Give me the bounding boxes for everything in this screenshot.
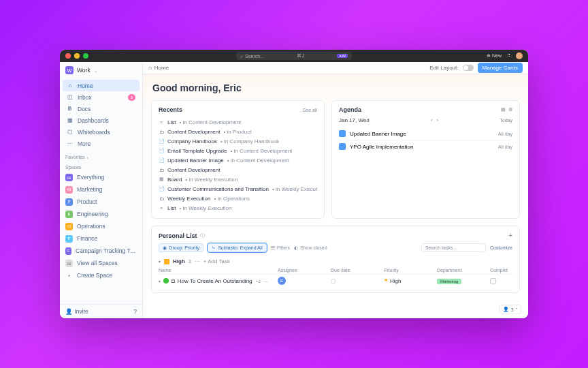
- info-icon[interactable]: ⓘ: [200, 232, 205, 239]
- window-chrome: ⌕Search... ⌘J ✦AI ⊕ New ⠿: [60, 50, 528, 62]
- assignee-avatar[interactable]: E: [278, 277, 286, 285]
- grid-icon[interactable]: ⠿: [507, 53, 510, 59]
- home-icon: ⌂: [67, 82, 74, 89]
- docs-icon: 🗎: [67, 106, 74, 112]
- task-name: How To Create An Outstanding: [178, 278, 252, 284]
- recent-item[interactable]: ≡List • in Content Development: [159, 117, 317, 127]
- nav-whiteboards[interactable]: ▢Whiteboards: [63, 126, 140, 138]
- today-button[interactable]: Today: [500, 118, 512, 123]
- collapse-icon: ▾: [159, 259, 161, 264]
- recent-item[interactable]: 📄Company Handbook • in Company Handbook: [159, 136, 317, 146]
- recents-card: RecentsSee all ≡List • in Content Develo…: [151, 100, 325, 219]
- priority-group-high[interactable]: ▾ High 3 ⋯ + Add Task: [159, 256, 512, 266]
- help-icon[interactable]: ?: [133, 308, 137, 315]
- next-day[interactable]: ›: [437, 117, 439, 123]
- subtask-count: ⤷2: [255, 279, 261, 283]
- group-more-icon[interactable]: ⋯: [195, 258, 200, 264]
- personal-title: Personal List: [159, 232, 197, 239]
- prev-day[interactable]: ‹: [431, 117, 433, 123]
- app-window: ⌕Search... ⌘J ✦AI ⊕ New ⠿ W Work ⌄ ⌂Home…: [60, 50, 528, 318]
- space-product[interactable]: PProduct: [60, 196, 142, 208]
- inbox-badge: 3: [128, 94, 135, 101]
- global-search[interactable]: ⌕Search... ⌘J ✦AI: [236, 52, 352, 60]
- home-icon: ⌂: [148, 65, 152, 71]
- agenda-date: Jan 17, Wed: [339, 117, 370, 123]
- user-avatar[interactable]: [516, 52, 523, 59]
- agenda-card: Agenda▤⚙ Jan 17, Wed ‹› Today Updated Ba…: [331, 100, 520, 219]
- manage-cards-button[interactable]: Manage Cards: [478, 63, 523, 73]
- recent-item[interactable]: 🗀Content Development • in Product: [159, 127, 317, 136]
- group-chip[interactable]: ◉ Group: Priority: [159, 243, 203, 252]
- edit-layout-toggle[interactable]: [463, 65, 474, 71]
- recent-item[interactable]: 📄Customer Communications and Transition …: [159, 184, 317, 194]
- space-campaign-tracking-template[interactable]: CCampaign Tracking Template: [60, 245, 142, 257]
- dashboards-icon: ▦: [67, 117, 74, 123]
- recent-item[interactable]: 🗀Content Development: [159, 165, 317, 174]
- nav-docs[interactable]: 🗎Docs: [63, 103, 140, 114]
- spaces-section: Spaces: [60, 161, 142, 171]
- task-more-icon[interactable]: ⋯: [263, 279, 267, 283]
- space-marketing[interactable]: MMarketing: [60, 183, 142, 196]
- more-icon: ⋯: [67, 140, 74, 147]
- greeting: Good morning, Eric: [152, 82, 520, 93]
- priority-flag-icon: ⚑: [384, 278, 388, 283]
- calendar-icon[interactable]: ▤: [501, 107, 506, 112]
- subtasks-chip[interactable]: ⤷ Subtasks: Expand All: [208, 243, 267, 252]
- workspace-selector[interactable]: W Work ⌄: [60, 62, 142, 78]
- nav-more[interactable]: ⋯More: [63, 138, 140, 149]
- view-all-spaces[interactable]: ⊞View all Spaces: [60, 257, 142, 269]
- topbar: ⌂Home Edit Layout: Manage Cards: [143, 62, 528, 74]
- expand-icon[interactable]: ▾: [159, 279, 161, 283]
- nav-home[interactable]: ⌂Home: [63, 80, 140, 91]
- recents-see-all[interactable]: See all: [303, 108, 317, 112]
- show-closed-toggle[interactable]: ◐ Show closed: [294, 245, 327, 251]
- add-card-icon[interactable]: +: [508, 232, 512, 239]
- breadcrumb[interactable]: ⌂Home: [148, 65, 169, 71]
- recent-item[interactable]: ≡List • in Weekly Execution: [159, 203, 317, 213]
- main-content: ⌂Home Edit Layout: Manage Cards Good mor…: [143, 62, 528, 318]
- close-window[interactable]: [65, 53, 71, 59]
- search-icon: ⌕: [240, 54, 243, 59]
- recent-item[interactable]: 📄Updated Banner Image • in Content Devel…: [159, 155, 317, 165]
- flag-icon: [164, 259, 169, 264]
- recent-item[interactable]: 📄Email Template Upgrade • in Content Dev…: [159, 146, 317, 155]
- space-operations[interactable]: OOperations: [60, 220, 142, 232]
- floating-counter[interactable]: 👤3ˆ: [499, 305, 521, 314]
- invite-button[interactable]: 👤 Invite: [65, 308, 88, 315]
- complete-checkbox[interactable]: [490, 278, 496, 284]
- personal-list-card: Personal Listⓘ+ ◉ Group: Priority ⤷ Subt…: [151, 226, 520, 293]
- recent-item[interactable]: ▦Board • in Weekly Execution: [159, 174, 317, 184]
- agenda-item[interactable]: Updated Banner ImageAll day: [339, 127, 512, 140]
- department-tag[interactable]: Marketing: [437, 279, 461, 284]
- nav-dashboards[interactable]: ▦Dashboards: [63, 114, 140, 126]
- inbox-icon: ◫: [67, 94, 74, 100]
- task-row[interactable]: ▾ ◘ How To Create An Outstanding ⤷2 ⋯ E …: [159, 275, 512, 287]
- chevron-down-icon: ⌄: [94, 68, 97, 73]
- space-everything[interactable]: ⊞Everything: [60, 171, 142, 183]
- customize-button[interactable]: Customize: [490, 245, 512, 250]
- recent-item[interactable]: 🗀Weekly Execution • in Operations: [159, 194, 317, 203]
- create-space[interactable]: +Create Space: [60, 269, 142, 281]
- column-headers: Name Assignee Due date Priority Departme…: [159, 266, 512, 275]
- ai-button[interactable]: ✦AI: [337, 54, 348, 58]
- add-task-button[interactable]: + Add Task: [203, 258, 230, 264]
- agenda-title: Agenda: [339, 106, 361, 113]
- settings-icon[interactable]: ⚙: [508, 107, 512, 112]
- space-finance[interactable]: FFinance: [60, 232, 142, 245]
- workspace-icon: W: [65, 66, 74, 74]
- recents-title: Recents: [159, 106, 182, 113]
- space-engineering[interactable]: EEngineering: [60, 208, 142, 220]
- agenda-item[interactable]: YPO Agile ImplementationAll day: [339, 140, 512, 153]
- maximize-window[interactable]: [83, 53, 88, 59]
- whiteboards-icon: ▢: [67, 129, 74, 135]
- favorites-section[interactable]: Favorites ›: [60, 151, 142, 161]
- calendar-icon[interactable]: ▢: [331, 278, 336, 284]
- nav-inbox[interactable]: ◫Inbox3: [63, 91, 140, 103]
- filters-button[interactable]: ☰ Filters: [271, 245, 290, 251]
- new-button[interactable]: ⊕ New: [487, 53, 502, 59]
- edit-layout-label: Edit Layout:: [429, 65, 458, 71]
- status-dot[interactable]: [163, 278, 169, 283]
- sidebar: W Work ⌄ ⌂Home ◫Inbox3 🗎Docs ▦Dashboards…: [60, 62, 143, 318]
- minimize-window[interactable]: [74, 53, 80, 59]
- task-search-input[interactable]: Search tasks...: [421, 243, 486, 252]
